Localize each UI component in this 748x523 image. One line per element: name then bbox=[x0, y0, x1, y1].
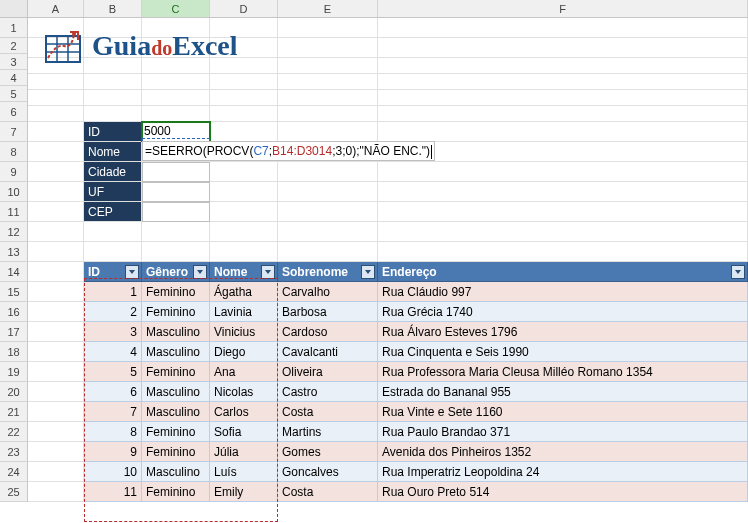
row-header-8[interactable]: 8 bbox=[0, 142, 28, 162]
filter-button-sobrenome[interactable] bbox=[361, 265, 375, 279]
row-header-13[interactable]: 13 bbox=[0, 242, 28, 262]
col-header-B[interactable]: B bbox=[84, 0, 142, 17]
row-header-9[interactable]: 9 bbox=[0, 162, 28, 182]
row-header-17[interactable]: 17 bbox=[0, 322, 28, 342]
table-cell-sobrenome[interactable]: Cardoso bbox=[278, 322, 378, 342]
table-cell-id[interactable]: 7 bbox=[84, 402, 142, 422]
row-header-18[interactable]: 18 bbox=[0, 342, 28, 362]
table-cell-nome[interactable]: Sofia bbox=[210, 422, 278, 442]
table-cell-genero[interactable]: Masculino bbox=[142, 462, 210, 482]
lookup-value-id[interactable]: 5000 bbox=[142, 122, 210, 142]
row-header-2[interactable]: 2 bbox=[0, 38, 28, 54]
table-cell-sobrenome[interactable]: Costa bbox=[278, 402, 378, 422]
lookup-value-cidade[interactable] bbox=[142, 162, 210, 182]
row-header-1[interactable]: 1 bbox=[0, 18, 28, 38]
row-header-11[interactable]: 11 bbox=[0, 202, 28, 222]
row-header-14[interactable]: 14 bbox=[0, 262, 28, 282]
lookup-value-uf[interactable] bbox=[142, 182, 210, 202]
table-cell-nome[interactable]: Carlos bbox=[210, 402, 278, 422]
table-header-id[interactable]: ID bbox=[84, 262, 142, 282]
row-header-12[interactable]: 12 bbox=[0, 222, 28, 242]
table-cell-endereco[interactable]: Rua Paulo Brandao 371 bbox=[378, 422, 748, 442]
table-cell-genero[interactable]: Masculino bbox=[142, 382, 210, 402]
table-cell-sobrenome[interactable]: Gomes bbox=[278, 442, 378, 462]
table-cell-genero[interactable]: Feminino bbox=[142, 362, 210, 382]
table-cell-endereco[interactable]: Rua Professora Maria Cleusa Milléo Roman… bbox=[378, 362, 748, 382]
formula-editor[interactable]: =SEERRO(PROCV(C7;B14:D3014;3;0);"NÃO ENC… bbox=[142, 141, 435, 161]
table-cell-sobrenome[interactable]: Castro bbox=[278, 382, 378, 402]
table-cell-genero[interactable]: Masculino bbox=[142, 402, 210, 422]
table-cell-endereco[interactable]: Rua Vinte e Sete 1160 bbox=[378, 402, 748, 422]
table-cell-nome[interactable]: Júlia bbox=[210, 442, 278, 462]
cells-area[interactable]: ID5000Nome=SEERRO(PROCV(C7;B14:D3014;3;0… bbox=[28, 18, 748, 502]
row-header-19[interactable]: 19 bbox=[0, 362, 28, 382]
table-header-sobrenome[interactable]: Sobrenome bbox=[278, 262, 378, 282]
table-cell-nome[interactable]: Ana bbox=[210, 362, 278, 382]
row-header-6[interactable]: 6 bbox=[0, 102, 28, 122]
select-all-corner[interactable] bbox=[0, 0, 28, 17]
table-cell-genero[interactable]: Masculino bbox=[142, 322, 210, 342]
col-header-D[interactable]: D bbox=[210, 0, 278, 17]
table-cell-nome[interactable]: Emily bbox=[210, 482, 278, 502]
row-header-10[interactable]: 10 bbox=[0, 182, 28, 202]
table-cell-sobrenome[interactable]: Carvalho bbox=[278, 282, 378, 302]
table-cell-genero[interactable]: Feminino bbox=[142, 442, 210, 462]
col-header-E[interactable]: E bbox=[278, 0, 378, 17]
filter-button-nome[interactable] bbox=[261, 265, 275, 279]
filter-button-id[interactable] bbox=[125, 265, 139, 279]
row-header-16[interactable]: 16 bbox=[0, 302, 28, 322]
table-cell-nome[interactable]: Nicolas bbox=[210, 382, 278, 402]
table-cell-id[interactable]: 11 bbox=[84, 482, 142, 502]
row-header-15[interactable]: 15 bbox=[0, 282, 28, 302]
table-cell-genero[interactable]: Feminino bbox=[142, 302, 210, 322]
table-cell-sobrenome[interactable]: Barbosa bbox=[278, 302, 378, 322]
table-cell-endereco[interactable]: Rua Ouro Preto 514 bbox=[378, 482, 748, 502]
table-header-genero[interactable]: Gênero bbox=[142, 262, 210, 282]
table-cell-id[interactable]: 10 bbox=[84, 462, 142, 482]
table-cell-genero[interactable]: Feminino bbox=[142, 282, 210, 302]
col-header-C[interactable]: C bbox=[142, 0, 210, 17]
table-cell-endereco[interactable]: Rua Cláudio 997 bbox=[378, 282, 748, 302]
table-cell-endereco[interactable]: Estrada do Bananal 955 bbox=[378, 382, 748, 402]
table-cell-endereco[interactable]: Rua Álvaro Esteves 1796 bbox=[378, 322, 748, 342]
row-header-24[interactable]: 24 bbox=[0, 462, 28, 482]
table-cell-endereco[interactable]: Rua Grécia 1740 bbox=[378, 302, 748, 322]
row-header-25[interactable]: 25 bbox=[0, 482, 28, 502]
row-header-20[interactable]: 20 bbox=[0, 382, 28, 402]
table-cell-id[interactable]: 9 bbox=[84, 442, 142, 462]
filter-button-endereco[interactable] bbox=[731, 265, 745, 279]
table-cell-genero[interactable]: Feminino bbox=[142, 482, 210, 502]
table-cell-id[interactable]: 5 bbox=[84, 362, 142, 382]
table-cell-endereco[interactable]: Rua Cinquenta e Seis 1990 bbox=[378, 342, 748, 362]
table-cell-sobrenome[interactable]: Oliveira bbox=[278, 362, 378, 382]
table-cell-id[interactable]: 8 bbox=[84, 422, 142, 442]
table-cell-sobrenome[interactable]: Martins bbox=[278, 422, 378, 442]
table-cell-genero[interactable]: Masculino bbox=[142, 342, 210, 362]
table-cell-nome[interactable]: Lavinia bbox=[210, 302, 278, 322]
lookup-value-cep[interactable] bbox=[142, 202, 210, 222]
row-header-22[interactable]: 22 bbox=[0, 422, 28, 442]
col-header-A[interactable]: A bbox=[28, 0, 84, 17]
table-cell-genero[interactable]: Feminino bbox=[142, 422, 210, 442]
table-cell-nome[interactable]: Vinicius bbox=[210, 322, 278, 342]
table-cell-sobrenome[interactable]: Costa bbox=[278, 482, 378, 502]
row-header-21[interactable]: 21 bbox=[0, 402, 28, 422]
table-header-nome[interactable]: Nome bbox=[210, 262, 278, 282]
col-header-F[interactable]: F bbox=[378, 0, 748, 17]
row-header-5[interactable]: 5 bbox=[0, 86, 28, 102]
table-cell-endereco[interactable]: Rua Imperatriz Leopoldina 24 bbox=[378, 462, 748, 482]
filter-button-genero[interactable] bbox=[193, 265, 207, 279]
table-cell-nome[interactable]: Luís bbox=[210, 462, 278, 482]
table-header-endereco[interactable]: Endereço bbox=[378, 262, 748, 282]
row-header-3[interactable]: 3 bbox=[0, 54, 28, 70]
table-cell-id[interactable]: 1 bbox=[84, 282, 142, 302]
row-header-7[interactable]: 7 bbox=[0, 122, 28, 142]
table-cell-nome[interactable]: Diego bbox=[210, 342, 278, 362]
table-cell-nome[interactable]: Ágatha bbox=[210, 282, 278, 302]
table-cell-sobrenome[interactable]: Goncalves bbox=[278, 462, 378, 482]
table-cell-endereco[interactable]: Avenida dos Pinheiros 1352 bbox=[378, 442, 748, 462]
row-header-23[interactable]: 23 bbox=[0, 442, 28, 462]
table-cell-id[interactable]: 4 bbox=[84, 342, 142, 362]
table-cell-id[interactable]: 2 bbox=[84, 302, 142, 322]
table-cell-sobrenome[interactable]: Cavalcanti bbox=[278, 342, 378, 362]
